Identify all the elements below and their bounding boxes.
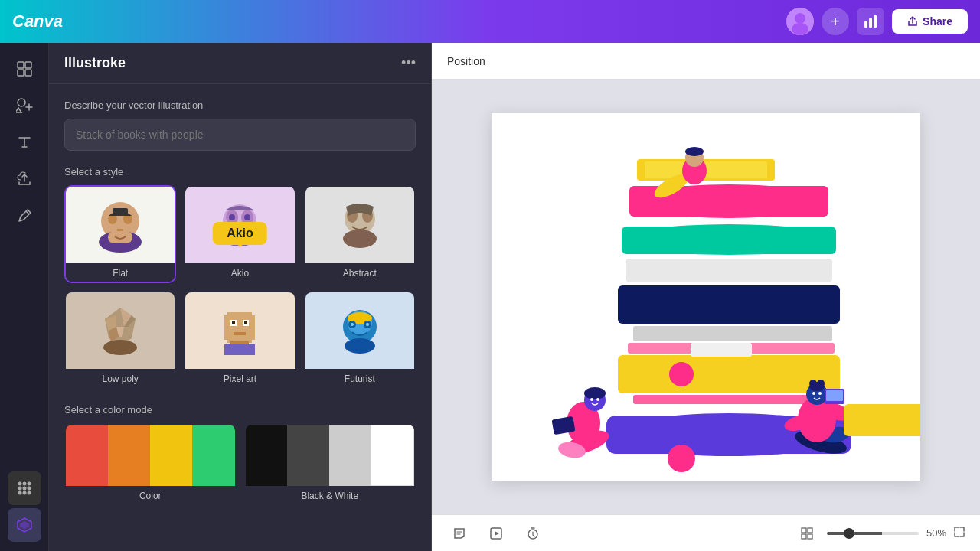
describe-label: Describe your vector illustration (64, 99, 416, 111)
style-card-lowpoly[interactable]: Low poly (64, 291, 176, 389)
style-preview-futurist (305, 292, 414, 369)
style-label-abstract: Abstract (305, 263, 414, 282)
svg-point-101 (812, 392, 815, 395)
svg-point-91 (596, 398, 599, 401)
svg-point-16 (27, 487, 31, 491)
svg-point-36 (244, 214, 250, 220)
svg-rect-112 (802, 528, 806, 533)
style-preview-lowpoly (66, 292, 175, 369)
svg-rect-7 (25, 62, 31, 68)
svg-point-89 (584, 387, 606, 399)
bottombar-left (447, 521, 545, 546)
sidebar-item-grid[interactable] (8, 52, 41, 86)
zoom-slider[interactable] (827, 532, 919, 535)
svg-rect-109 (826, 390, 843, 401)
notes-button[interactable] (447, 521, 472, 546)
svg-point-18 (22, 491, 26, 495)
style-preview-flat (66, 187, 175, 263)
svg-point-10 (18, 99, 25, 106)
svg-point-66 (345, 338, 375, 354)
style-card-flat[interactable]: Flat (64, 185, 176, 283)
svg-rect-57 (230, 341, 249, 344)
svg-rect-113 (808, 528, 812, 533)
analytics-button[interactable] (857, 8, 884, 35)
svg-point-15 (22, 487, 26, 491)
sidebar-item-upload[interactable] (8, 162, 41, 196)
svg-point-99 (809, 380, 817, 387)
svg-rect-74 (618, 285, 840, 324)
sidebar-item-elements[interactable] (8, 89, 41, 122)
sidebar-item-plugin[interactable] (8, 508, 41, 542)
svg-rect-56 (234, 332, 246, 335)
svg-rect-9 (25, 70, 31, 76)
sidebar-item-text[interactable] (8, 126, 41, 159)
style-label-lowpoly: Low poly (66, 369, 175, 387)
sidebar-icons (0, 43, 49, 551)
expand-button[interactable] (954, 527, 965, 540)
description-input[interactable] (64, 119, 416, 151)
canvas-frame (492, 113, 920, 481)
sidebar-item-apps[interactable] (8, 471, 41, 505)
sidebar-item-draw[interactable] (8, 199, 41, 233)
add-button[interactable]: + (822, 8, 849, 35)
svg-point-17 (18, 491, 21, 495)
style-card-futurist[interactable]: Futurist (304, 291, 416, 389)
color-section-label: Select a color mode (64, 404, 416, 416)
akio-tooltip: Akio (213, 222, 267, 245)
svg-rect-3 (864, 21, 867, 28)
svg-rect-58 (224, 344, 255, 355)
svg-marker-21 (20, 521, 29, 530)
canvas-viewport[interactable] (432, 80, 980, 514)
svg-rect-73 (626, 259, 832, 282)
share-button[interactable]: Share (892, 9, 968, 34)
style-label-pixel: Pixel art (185, 369, 294, 387)
style-label-futurist: Futurist (305, 369, 414, 387)
svg-point-12 (22, 482, 26, 486)
svg-rect-49 (227, 312, 252, 343)
style-card-abstract[interactable]: Abstract (304, 185, 416, 283)
svg-rect-54 (232, 321, 235, 324)
svg-rect-107 (844, 404, 920, 436)
canvas-area: Position (432, 43, 980, 551)
svg-rect-75 (633, 326, 832, 341)
panel-content: Describe your vector illustration Select… (49, 84, 431, 551)
logo: Canva (12, 11, 786, 31)
style-card-akio[interactable]: Akio Ak (184, 185, 296, 283)
zoom-control: 50% (795, 521, 965, 546)
avatar[interactable] (786, 8, 814, 35)
svg-rect-5 (874, 15, 877, 28)
header-actions: + Share (786, 8, 968, 35)
panel-header: Illustroke ••• (49, 43, 431, 84)
svg-rect-55 (244, 321, 247, 324)
svg-point-102 (818, 392, 822, 395)
timer-button[interactable] (521, 521, 545, 546)
play-button[interactable] (484, 521, 508, 546)
svg-rect-8 (18, 70, 24, 76)
style-preview-pixel (185, 292, 294, 369)
style-card-pixel[interactable]: Pixel art (184, 291, 296, 389)
svg-rect-114 (802, 534, 806, 539)
svg-point-100 (817, 380, 825, 387)
bw-preview (246, 425, 415, 486)
svg-rect-78 (633, 395, 825, 404)
more-options-button[interactable]: ••• (401, 55, 416, 71)
color-label-bw: Black & White (246, 486, 415, 504)
panel-title: Illustroke (64, 55, 126, 71)
svg-rect-29 (123, 227, 129, 233)
svg-point-14 (18, 487, 21, 491)
color-card-color[interactable]: Color (64, 423, 237, 506)
svg-rect-51 (252, 315, 255, 340)
svg-point-35 (229, 214, 235, 220)
svg-rect-81 (691, 343, 752, 357)
canvas-toolbar: Position (432, 43, 980, 80)
color-preview (66, 425, 235, 486)
share-label: Share (923, 15, 952, 28)
color-card-bw[interactable]: Black & White (244, 423, 416, 506)
style-section-label: Select a style (64, 166, 416, 178)
grid-view-button[interactable] (795, 521, 819, 546)
color-mode-grid: Color Black & White (64, 423, 416, 506)
svg-rect-72 (622, 227, 836, 254)
main-layout: Illustroke ••• Describe your vector illu… (0, 43, 980, 551)
svg-rect-28 (111, 227, 117, 233)
svg-rect-6 (18, 62, 24, 68)
